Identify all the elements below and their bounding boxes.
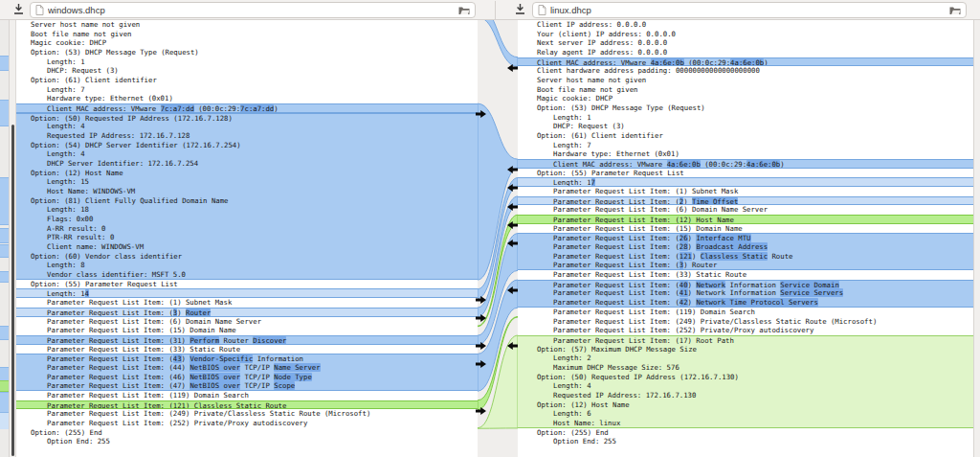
- code-line[interactable]: Parameter Request List Item: (1) Subnet …: [518, 187, 973, 196]
- code-line[interactable]: Parameter Request List Item: (42) Networ…: [518, 298, 973, 308]
- code-line[interactable]: Length: 4: [518, 381, 973, 391]
- code-line[interactable]: Requested IP Address: 172.16.7.128: [16, 131, 478, 141]
- code-line[interactable]: Option: (50) Requested IP Address (172.1…: [16, 113, 478, 123]
- overview-map[interactable]: [0, 20, 10, 457]
- push-change-right-arrow[interactable]: [476, 290, 486, 298]
- code-line[interactable]: Option: (53) DHCP Message Type (Request): [518, 103, 973, 113]
- code-line[interactable]: DHCP: Request (3): [518, 122, 973, 131]
- code-line[interactable]: Relay agent IP address: 0.0.0.0: [518, 48, 973, 57]
- push-change-right-arrow[interactable]: [476, 354, 486, 362]
- code-line[interactable]: Parameter Request List Item: (17) Root P…: [518, 335, 973, 345]
- save-right-button[interactable]: [513, 3, 527, 17]
- left-scrollbar-thumb[interactable]: [11, 125, 14, 456]
- code-line[interactable]: Parameter Request List Item: (33) Static…: [518, 270, 973, 280]
- open-folder-icon[interactable]: [949, 6, 961, 15]
- code-line[interactable]: Parameter Request List Item: (121) Class…: [16, 400, 478, 410]
- code-line[interactable]: Server host name not given: [16, 20, 478, 30]
- push-change-left-arrow[interactable]: [507, 197, 518, 205]
- left-pane[interactable]: Server host name not givenBoot file name…: [16, 20, 478, 457]
- code-line[interactable]: Magic cookie: DHCP: [16, 38, 478, 48]
- code-line[interactable]: Length: 4: [16, 122, 478, 131]
- code-line[interactable]: Parameter Request List Item: (1) Subnet …: [16, 298, 478, 308]
- code-line[interactable]: Option: (55) Parameter Request List: [518, 169, 973, 178]
- code-line[interactable]: Parameter Request List Item: (3) Router: [518, 261, 973, 270]
- push-change-left-arrow[interactable]: [507, 178, 518, 186]
- code-line[interactable]: Parameter Request List Item: (31) Perfor…: [16, 335, 478, 345]
- code-line[interactable]: Length: 4: [16, 149, 478, 159]
- code-line[interactable]: Length: 17: [518, 177, 973, 187]
- code-line[interactable]: Boot file name not given: [16, 30, 478, 39]
- code-line[interactable]: Option: (255) End: [518, 428, 973, 438]
- code-line[interactable]: Option: (55) Parameter Request List: [16, 280, 478, 289]
- code-line[interactable]: Parameter Request List Item: (26) Interf…: [518, 233, 973, 242]
- code-line[interactable]: Parameter Request List Item: (41) Networ…: [518, 288, 973, 298]
- code-line[interactable]: Client MAC address: VMware_7c:a7:dd (00:…: [16, 103, 478, 113]
- code-line[interactable]: Option: (12) Host Name: [16, 169, 478, 178]
- code-line[interactable]: Parameter Request List Item: (2) Time Of…: [518, 196, 973, 206]
- push-change-left-arrow[interactable]: [507, 281, 518, 288]
- code-line[interactable]: Parameter Request List Item: (28) Broadc…: [518, 242, 973, 252]
- code-line[interactable]: Parameter Request List Item: (119) Domai…: [16, 391, 478, 400]
- code-line[interactable]: Parameter Request List Item: (12) Host N…: [518, 215, 973, 224]
- code-line[interactable]: Parameter Request List Item: (249) Priva…: [518, 317, 973, 327]
- code-line[interactable]: Your (client) IP address: 0.0.0.0: [518, 30, 973, 39]
- code-line[interactable]: Length: 15: [16, 177, 478, 187]
- code-line[interactable]: Requested IP Address: 172.16.7.130: [518, 391, 973, 400]
- code-line[interactable]: Option: (12) Host Name: [518, 400, 973, 410]
- code-line[interactable]: Parameter Request List Item: (43) Vendor…: [16, 354, 478, 363]
- right-pane[interactable]: Client IP address: 0.0.0.0Your (client) …: [518, 20, 973, 457]
- code-line[interactable]: Length: 2: [518, 354, 973, 363]
- code-line[interactable]: Option: (53) DHCP Message Type (Request): [16, 48, 478, 57]
- code-line[interactable]: Parameter Request List Item: (40) Networ…: [518, 280, 973, 289]
- code-line[interactable]: Parameter Request List Item: (252) Priva…: [16, 419, 478, 428]
- code-line[interactable]: Option: (50) Requested IP Address (172.1…: [518, 373, 973, 382]
- code-line[interactable]: Flags: 0x00: [16, 215, 478, 224]
- code-line[interactable]: Option End: 255: [16, 437, 478, 446]
- code-line[interactable]: Parameter Request List Item: (119) Domai…: [518, 308, 973, 317]
- push-change-right-arrow[interactable]: [476, 401, 486, 409]
- open-folder-icon[interactable]: [458, 6, 470, 15]
- code-line[interactable]: Server host name not given: [518, 76, 973, 85]
- code-line[interactable]: Next server IP address: 0.0.0.0: [518, 38, 973, 48]
- push-change-right-arrow[interactable]: [476, 308, 486, 316]
- code-line[interactable]: Parameter Request List Item: (46) NetBIO…: [16, 373, 478, 382]
- code-line[interactable]: Parameter Request List Item: (15) Domain…: [16, 326, 478, 335]
- code-line[interactable]: Option End: 255: [518, 437, 973, 446]
- code-line[interactable]: Client hardware address padding: 0000000…: [518, 66, 973, 76]
- code-line[interactable]: Length: 7: [518, 141, 973, 150]
- code-line[interactable]: Parameter Request List Item: (33) Static…: [16, 345, 478, 354]
- code-line[interactable]: Client MAC address: VMware_4a:6e:0b (00:…: [518, 57, 973, 67]
- right-file-entry[interactable]: linux.dhcp: [532, 2, 967, 18]
- code-line[interactable]: Hardware type: Ethernet (0x01): [518, 149, 973, 159]
- code-line[interactable]: DHCP: Request (3): [16, 66, 478, 76]
- code-line[interactable]: Option: (60) Vendor class identifier: [16, 252, 478, 262]
- code-line[interactable]: Parameter Request List Item: (47) NetBIO…: [16, 381, 478, 391]
- code-line[interactable]: Parameter Request List Item: (15) Domain…: [518, 224, 973, 234]
- code-line[interactable]: Parameter Request List Item: (252) Priva…: [518, 326, 973, 335]
- save-left-button[interactable]: [11, 3, 26, 17]
- code-line[interactable]: Host Name: linux: [518, 419, 973, 428]
- left-file-entry[interactable]: windows.dhcp: [30, 2, 476, 18]
- code-line[interactable]: PTR-RR result: 0: [16, 233, 478, 242]
- code-line[interactable]: Parameter Request List Item: (6) Domain …: [16, 317, 478, 327]
- code-line[interactable]: Option: (54) DHCP Server Identifier (172…: [16, 141, 478, 150]
- code-line[interactable]: Option: (61) Client identifier: [518, 131, 973, 141]
- code-line[interactable]: Length: 1: [16, 57, 478, 67]
- right-scrollbar[interactable]: [973, 20, 980, 457]
- code-line[interactable]: Length: 1: [518, 113, 973, 123]
- code-line[interactable]: Parameter Request List Item: (44) NetBIO…: [16, 363, 478, 373]
- code-line[interactable]: Parameter Request List Item: (121) Class…: [518, 252, 973, 262]
- code-line[interactable]: Hardware type: Ethernet (0x01): [16, 94, 478, 103]
- code-line[interactable]: Length: 14: [16, 288, 478, 298]
- code-line[interactable]: Maximum DHCP Message Size: 576: [518, 363, 973, 373]
- push-change-left-arrow[interactable]: [507, 234, 518, 241]
- left-scrollbar[interactable]: [10, 20, 16, 457]
- push-change-left-arrow[interactable]: [507, 216, 518, 223]
- code-line[interactable]: Parameter Request List Item: (249) Priva…: [16, 409, 478, 419]
- code-line[interactable]: Option: (255) End: [16, 428, 478, 438]
- code-line[interactable]: Magic cookie: DHCP: [518, 94, 973, 103]
- push-change-right-arrow[interactable]: [476, 336, 486, 344]
- push-change-left-arrow[interactable]: [507, 160, 518, 168]
- code-line[interactable]: Length: 8: [16, 261, 478, 270]
- code-line[interactable]: Option: (81) Client Fully Qualified Doma…: [16, 196, 478, 206]
